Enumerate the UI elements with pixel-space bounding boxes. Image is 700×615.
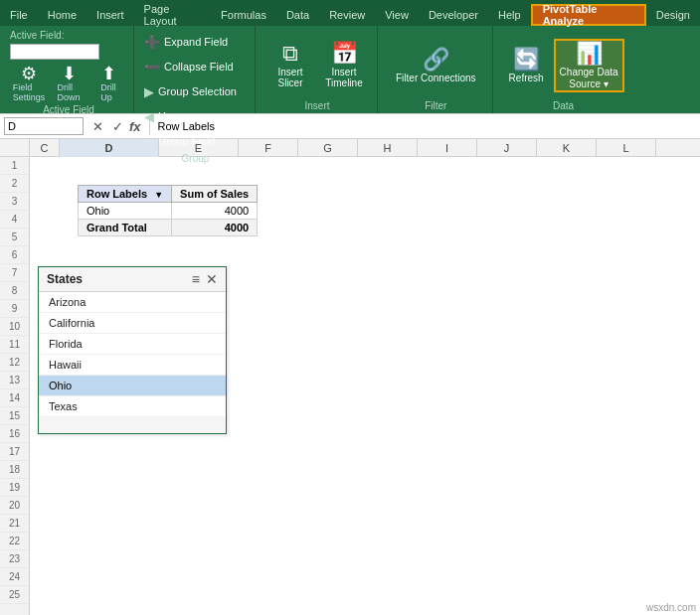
row-numbers: 1 2 3 4 5 6 7 8 9 10 11 12 13 14 15 16 1…: [0, 157, 30, 615]
col-header-j[interactable]: J: [477, 139, 537, 157]
field-settings-button[interactable]: ⚙ FieldSettings: [10, 63, 48, 104]
col-header-d[interactable]: D: [60, 139, 159, 157]
insert-row: ⧉ InsertSlicer 📅 InsertTimeline: [265, 30, 369, 100]
confirm-formula-icon[interactable]: ✓: [109, 119, 125, 134]
group-selection-label: Group Selection: [158, 85, 237, 97]
row-num-20: 20: [0, 497, 29, 515]
col-header-k[interactable]: K: [537, 139, 597, 157]
row-num-6: 6: [0, 246, 29, 264]
row-num-5: 5: [0, 229, 29, 246]
tab-file[interactable]: File: [0, 4, 38, 26]
tab-home[interactable]: Home: [38, 4, 87, 26]
filter-connections-button[interactable]: 🔗 Filter Connections: [388, 30, 484, 100]
refresh-button[interactable]: 🔄 Refresh: [503, 45, 550, 86]
name-box[interactable]: [4, 117, 84, 135]
collapse-field-button[interactable]: ➖ Collapse Field: [142, 55, 249, 78]
slicer-footer: [39, 417, 226, 433]
col-header-f[interactable]: F: [239, 139, 298, 157]
formula-buttons: ✕ ✓: [89, 119, 125, 134]
pivot-header-sum-of-sales: Sum of Sales: [172, 186, 258, 203]
slicer-sort-icon[interactable]: ≡: [192, 271, 200, 287]
row-num-11: 11: [0, 336, 29, 354]
col-header-l[interactable]: L: [597, 139, 656, 157]
group-selection-button[interactable]: ▶ Group Selection: [142, 79, 249, 103]
tab-pivottable-analyze[interactable]: PivotTable Analyze: [531, 4, 646, 26]
tab-data[interactable]: Data: [276, 4, 319, 26]
pivot-header-row-labels[interactable]: Row Labels ▼: [79, 186, 172, 203]
pivot-row-grand-total: Grand Total 4000: [79, 220, 258, 236]
tab-insert[interactable]: Insert: [87, 4, 134, 26]
tab-formulas[interactable]: Formulas: [211, 4, 276, 26]
row-num-10: 10: [0, 318, 29, 336]
slicer-clear-filter-icon[interactable]: ✕: [206, 271, 218, 287]
field-settings-icon: ⚙: [21, 65, 37, 82]
pivot-container: Row Labels ▼ Sum of Sales Ohio 4000 Gran…: [78, 185, 258, 236]
row-num-14: 14: [0, 389, 29, 407]
slicer: States ≡ ✕ Arizona California Florida Ha…: [38, 266, 227, 434]
pivot-row-ohio[interactable]: Ohio 4000: [79, 203, 258, 220]
insert-timeline-button[interactable]: 📅 InsertTimeline: [319, 41, 369, 90]
col-header-h[interactable]: H: [358, 139, 418, 157]
filter-section-footer: Filter: [388, 100, 484, 111]
tab-developer[interactable]: Developer: [419, 4, 488, 26]
ribbon: File Home Insert Page Layout Formulas Da…: [0, 0, 700, 113]
group-rows: ➕ Expand Field ➖ Collapse Field ▶ Group …: [142, 30, 249, 153]
filter-icon: 🔗: [423, 47, 449, 73]
timeline-icon: 📅: [331, 43, 358, 65]
active-field-group: Active Field: ⚙ FieldSettings ⬇ DrillDow…: [4, 26, 134, 113]
expand-icon: ➕: [144, 35, 160, 50]
row-num-25: 25: [0, 586, 29, 604]
slicer-item-texas[interactable]: Texas: [39, 396, 226, 417]
row-num-23: 23: [0, 550, 29, 568]
tab-review[interactable]: Review: [319, 4, 375, 26]
expand-field-label: Expand Field: [164, 36, 228, 48]
cell-area: Row Labels ▼ Sum of Sales Ohio 4000 Gran…: [30, 157, 700, 615]
tab-view[interactable]: View: [375, 4, 419, 26]
fx-label: fx: [129, 119, 141, 134]
col-header-g[interactable]: G: [298, 139, 358, 157]
insert-section: ⧉ InsertSlicer 📅 InsertTimeline Insert: [258, 26, 378, 113]
pivot-cell-grand-total-value: 4000: [172, 220, 258, 236]
row-num-7: 7: [0, 264, 29, 282]
tab-help[interactable]: Help: [488, 4, 531, 26]
change-data-source-button[interactable]: 📊 Change DataSource ▾: [554, 39, 624, 92]
drill-down-icon: ⬇: [62, 65, 77, 82]
row-num-9: 9: [0, 300, 29, 318]
drill-up-button[interactable]: ⬆ DrillUp: [89, 63, 127, 104]
row-num-24: 24: [0, 568, 29, 586]
col-header-c[interactable]: C: [30, 139, 60, 157]
refresh-icon: 🔄: [513, 47, 540, 73]
slicer-item-california[interactable]: California: [39, 313, 226, 334]
formula-divider: [149, 117, 150, 135]
collapse-field-label: Collapse Field: [164, 61, 234, 73]
insert-slicer-button[interactable]: ⧉ InsertSlicer: [265, 41, 315, 90]
drill-down-button[interactable]: ⬇ DrillDown: [50, 63, 88, 104]
ribbon-content: Active Field: ⚙ FieldSettings ⬇ DrillDow…: [0, 26, 700, 113]
formula-bar: ✕ ✓ fx Row Labels: [0, 113, 700, 139]
insert-slicer-label: InsertSlicer: [277, 67, 302, 88]
change-data-source-icon: 📊: [576, 41, 603, 67]
slicer-item-arizona[interactable]: Arizona: [39, 292, 226, 313]
col-header-i[interactable]: I: [418, 139, 477, 157]
filter-section: 🔗 Filter Connections Filter: [380, 26, 493, 113]
tab-design[interactable]: Design: [646, 4, 700, 26]
slicer-item-florida[interactable]: Florida: [39, 334, 226, 355]
pivot-cell-ohio-label: Ohio: [79, 203, 172, 220]
slicer-icon: ⧉: [282, 43, 298, 65]
slicer-item-hawaii[interactable]: Hawaii: [39, 355, 226, 376]
expand-field-button[interactable]: ➕ Expand Field: [142, 30, 249, 54]
row-num-1: 1: [0, 157, 29, 175]
pivot-table: Row Labels ▼ Sum of Sales Ohio 4000 Gran…: [78, 185, 258, 236]
row-num-19: 19: [0, 479, 29, 497]
change-data-source-label: Change DataSource ▾: [560, 67, 618, 90]
active-field-input[interactable]: [10, 44, 99, 60]
tab-page-layout[interactable]: Page Layout: [134, 4, 211, 26]
data-row: 🔄 Refresh 📊 Change DataSource ▾: [503, 30, 624, 100]
cancel-formula-icon[interactable]: ✕: [89, 119, 105, 134]
col-header-e[interactable]: E: [159, 139, 239, 157]
slicer-item-ohio[interactable]: Ohio: [39, 376, 226, 396]
pivot-cell-ohio-value: 4000: [172, 203, 258, 220]
active-field-label: Active Field:: [10, 30, 127, 41]
row-labels-filter-icon[interactable]: ▼: [154, 190, 163, 200]
row-num-4: 4: [0, 211, 29, 229]
